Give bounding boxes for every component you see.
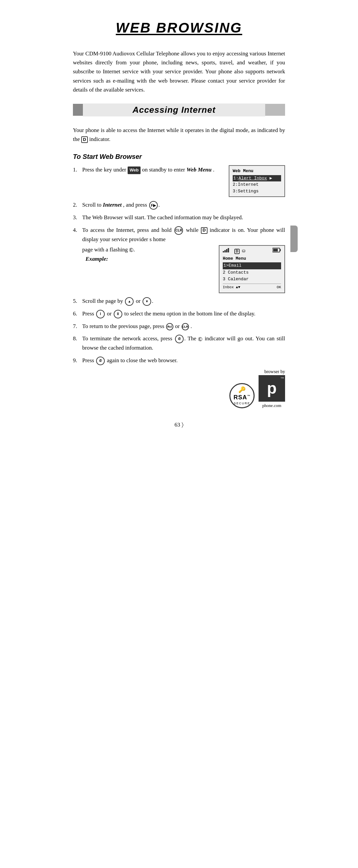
d-indicator-icon: D xyxy=(81,136,88,143)
svg-rect-5 xyxy=(280,249,281,251)
call-icon-2: ✆ xyxy=(197,334,204,344)
end-key: ✆ xyxy=(175,335,184,343)
home-menu-item-3: 3 Calendar xyxy=(223,276,281,283)
step-2-content: Scroll to Internet , and press F▶. xyxy=(82,200,285,210)
step-1-text: Press the key under Web on standby to en… xyxy=(82,165,229,174)
heading-bar-left xyxy=(73,104,83,116)
svg-rect-1 xyxy=(224,250,226,252)
phonecom-logo: p ™ xyxy=(259,375,285,402)
d-indicator-2: D xyxy=(201,227,207,234)
rcl-key: Rcl xyxy=(166,323,173,330)
rsa-logo-container: 🔑 RSA™ SECURE xyxy=(229,383,255,408)
step-4-num: 4. xyxy=(73,225,82,235)
phonecom-p-letter: p xyxy=(267,380,276,396)
i-key: I xyxy=(96,310,105,318)
phonecom-text: phone.com xyxy=(262,403,281,408)
step-5-num: 5. xyxy=(73,297,82,306)
rsa-text: RSA™ xyxy=(233,394,250,401)
heading-bar-right xyxy=(265,104,285,116)
step-2: 2. Scroll to Internet , and press F▶. xyxy=(73,200,285,210)
svg-rect-2 xyxy=(226,249,227,252)
step-6-content: Press I or II to select the menu option … xyxy=(82,309,285,318)
step-7: 7. To return to the previous page, press… xyxy=(73,322,285,331)
svg-rect-0 xyxy=(223,251,224,252)
call-icon-1: ✆ xyxy=(127,245,135,255)
home-menu-footer: Inbox ▲▼ OK xyxy=(223,284,281,290)
intro-paragraph: Your CDM-9100 Audiovox Cellular Telephon… xyxy=(73,49,285,94)
d-indicator-home: D xyxy=(234,249,240,254)
signal-icon xyxy=(223,248,232,252)
menu-title: Web Menu xyxy=(233,168,281,175)
phonecom-tm: ™ xyxy=(281,376,284,380)
rsa-key-icon: 🔑 xyxy=(238,386,246,393)
step-5: 5. Scroll the page by ▲ or ▼. xyxy=(73,297,285,306)
home-menu-header: D ⛁ xyxy=(223,248,281,255)
step-4: 4. To access the Internet, press and hol… xyxy=(73,225,285,293)
steps-list: 1. Press the key under Web on standby to… xyxy=(73,165,285,365)
section-body-end: indicator. xyxy=(89,136,110,142)
rsa-secure-text: SECURE xyxy=(234,402,250,405)
clr-key-2: CLR xyxy=(182,323,189,330)
step-9-content: Press ✆ again to close the web browser. xyxy=(82,356,285,365)
browser-by-text: browser by xyxy=(264,369,285,374)
web-menu-label: Web Menu xyxy=(186,166,211,173)
step-2-num: 2. xyxy=(73,200,82,209)
menu-item-2: 2:Internet xyxy=(233,181,281,188)
menu-item-1: 1:Alert Inbox ▶ xyxy=(233,175,281,182)
step-9-num: 9. xyxy=(73,356,82,365)
battery-area xyxy=(272,248,281,255)
signal-area: D ⛁ xyxy=(223,248,245,255)
step-4-content: To access the Internet, press and hold C… xyxy=(82,225,285,293)
step-5-content: Scroll the page by ▲ or ▼. xyxy=(82,297,285,306)
end-key-2: ✆ xyxy=(96,356,105,365)
step-1-num: 1. xyxy=(73,165,82,174)
step-1-layout: Press the key under Web on standby to en… xyxy=(82,165,285,197)
down-key: ▼ xyxy=(142,297,151,306)
home-menu-box: D ⛁ xyxy=(219,245,285,293)
footer-ok: OK xyxy=(277,285,281,290)
menu-item-3: 3:Settings xyxy=(233,188,281,195)
step-8: 8. To terminate the network access, pres… xyxy=(73,334,285,352)
page-number: 63 〉 xyxy=(73,422,285,428)
web-key: Web xyxy=(128,166,140,174)
battery-icon xyxy=(272,248,281,252)
web-menu-box: Web Menu 1:Alert Inbox ▶ 2:Internet 3:Se… xyxy=(229,165,285,197)
step-3-content: The Web Browser will start. The cached i… xyxy=(82,213,285,222)
svg-rect-6 xyxy=(273,249,278,251)
page-tab xyxy=(290,225,298,252)
clr-key: CLR xyxy=(174,226,183,235)
f-key: F▶ xyxy=(149,201,158,210)
step-3: 3. The Web Browser will start. The cache… xyxy=(73,213,285,222)
step-6-num: 6. xyxy=(73,309,82,318)
page-num-decoration: 〉 xyxy=(182,422,184,428)
step-8-num: 8. xyxy=(73,334,82,343)
phonecom-logo-container: p ™ phone.com xyxy=(259,375,285,408)
svg-rect-3 xyxy=(228,248,229,252)
page-title: WEB BROWSING xyxy=(73,20,285,36)
bottom-logos: browser by 🔑 RSA™ SECURE p ™ phone.com xyxy=(73,375,285,408)
ii-key: II xyxy=(114,310,122,318)
network-icon: ⛁ xyxy=(242,249,245,254)
home-menu-title: Home Menu xyxy=(223,255,281,262)
up-key: ▲ xyxy=(125,297,134,306)
section-body-paragraph: Your phone is able to access the Interne… xyxy=(73,126,285,144)
step-1: 1. Press the key under Web on standby to… xyxy=(73,165,285,197)
step-1-content: Press the key under Web on standby to en… xyxy=(82,165,285,197)
step-6: 6. Press I or II to select the menu opti… xyxy=(73,309,285,318)
section-heading: Accessing Internet xyxy=(73,103,285,117)
subsection-heading: To Start Web Browser xyxy=(73,153,285,160)
step-7-content: To return to the previous page, press Rc… xyxy=(82,322,285,331)
home-menu-item-1: 1>Email xyxy=(223,262,281,269)
page-num-text: 63 xyxy=(174,422,180,428)
internet-label: Internet xyxy=(103,202,123,208)
step-9: 9. Press ✆ again to close the web browse… xyxy=(73,356,285,365)
home-menu-item-2: 2 Contacts xyxy=(223,269,281,276)
step-7-num: 7. xyxy=(73,322,82,331)
section-heading-title: Accessing Internet xyxy=(83,103,265,117)
footer-inbox: Inbox ▲▼ xyxy=(223,285,240,290)
step-8-content: To terminate the network access, press ✆… xyxy=(82,334,285,352)
example-label: Example: xyxy=(86,256,108,262)
signal-bars xyxy=(223,249,234,254)
step-3-num: 3. xyxy=(73,213,82,222)
rsa-logo: 🔑 RSA™ SECURE xyxy=(229,383,255,408)
